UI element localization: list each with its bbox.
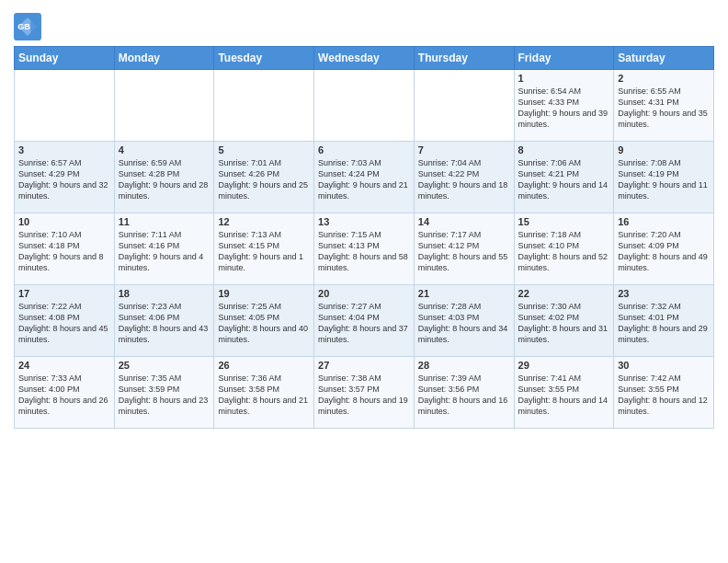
- day-number: 16: [618, 216, 710, 227]
- day-number: 12: [218, 216, 310, 227]
- calendar-cell: 9Sunrise: 7:08 AM Sunset: 4:19 PM Daylig…: [614, 142, 714, 213]
- day-number: 17: [18, 288, 110, 299]
- calendar-cell: 26Sunrise: 7:36 AM Sunset: 3:58 PM Dayli…: [214, 357, 314, 429]
- day-info: Sunrise: 6:55 AM Sunset: 4:31 PM Dayligh…: [618, 86, 710, 131]
- day-number: 1: [518, 73, 610, 84]
- column-header-friday: Friday: [514, 47, 614, 70]
- day-number: 30: [618, 360, 710, 371]
- day-number: 8: [518, 144, 610, 155]
- day-info: Sunrise: 7:03 AM Sunset: 4:24 PM Dayligh…: [318, 157, 410, 202]
- day-info: Sunrise: 7:18 AM Sunset: 4:10 PM Dayligh…: [518, 229, 610, 274]
- calendar-cell: 29Sunrise: 7:41 AM Sunset: 3:55 PM Dayli…: [514, 357, 614, 429]
- calendar-cell: 11Sunrise: 7:11 AM Sunset: 4:16 PM Dayli…: [114, 213, 214, 285]
- calendar-cell: 28Sunrise: 7:39 AM Sunset: 3:56 PM Dayli…: [414, 357, 514, 429]
- calendar-header-row: SundayMondayTuesdayWednesdayThursdayFrid…: [15, 47, 714, 70]
- calendar-cell: [314, 70, 415, 142]
- column-header-thursday: Thursday: [414, 47, 514, 70]
- calendar-cell: 23Sunrise: 7:32 AM Sunset: 4:01 PM Dayli…: [614, 285, 714, 357]
- day-info: Sunrise: 7:28 AM Sunset: 4:03 PM Dayligh…: [418, 301, 510, 346]
- day-number: 15: [518, 216, 610, 227]
- logo-icon: GB: [14, 13, 41, 40]
- day-number: 29: [518, 360, 610, 371]
- column-header-wednesday: Wednesday: [314, 47, 415, 70]
- day-number: 20: [318, 288, 410, 299]
- column-header-saturday: Saturday: [614, 47, 714, 70]
- day-number: 13: [318, 216, 410, 227]
- day-number: 26: [218, 360, 310, 371]
- day-info: Sunrise: 7:11 AM Sunset: 4:16 PM Dayligh…: [119, 229, 210, 274]
- day-info: Sunrise: 7:41 AM Sunset: 3:55 PM Dayligh…: [518, 373, 610, 418]
- calendar-cell: 30Sunrise: 7:42 AM Sunset: 3:55 PM Dayli…: [614, 357, 714, 429]
- day-number: 18: [119, 288, 210, 299]
- day-number: 5: [218, 144, 310, 155]
- day-info: Sunrise: 6:57 AM Sunset: 4:29 PM Dayligh…: [18, 157, 110, 202]
- calendar-cell: 15Sunrise: 7:18 AM Sunset: 4:10 PM Dayli…: [514, 213, 614, 285]
- day-number: 9: [618, 144, 710, 155]
- calendar-cell: 17Sunrise: 7:22 AM Sunset: 4:08 PM Dayli…: [15, 285, 115, 357]
- day-number: 22: [518, 288, 610, 299]
- calendar-table: SundayMondayTuesdayWednesdayThursdayFrid…: [14, 46, 714, 429]
- calendar-cell: 18Sunrise: 7:23 AM Sunset: 4:06 PM Dayli…: [114, 285, 214, 357]
- logo: GB: [14, 13, 45, 40]
- calendar-cell: 21Sunrise: 7:28 AM Sunset: 4:03 PM Dayli…: [414, 285, 514, 357]
- calendar-cell: 5Sunrise: 7:01 AM Sunset: 4:26 PM Daylig…: [214, 142, 314, 213]
- day-info: Sunrise: 7:04 AM Sunset: 4:22 PM Dayligh…: [418, 157, 510, 202]
- column-header-tuesday: Tuesday: [214, 47, 314, 70]
- day-info: Sunrise: 6:59 AM Sunset: 4:28 PM Dayligh…: [119, 157, 210, 202]
- calendar-cell: 22Sunrise: 7:30 AM Sunset: 4:02 PM Dayli…: [514, 285, 614, 357]
- day-info: Sunrise: 7:17 AM Sunset: 4:12 PM Dayligh…: [418, 229, 510, 274]
- day-info: Sunrise: 6:54 AM Sunset: 4:33 PM Dayligh…: [518, 86, 610, 131]
- calendar-cell: 13Sunrise: 7:15 AM Sunset: 4:13 PM Dayli…: [314, 213, 415, 285]
- day-info: Sunrise: 7:13 AM Sunset: 4:15 PM Dayligh…: [218, 229, 310, 274]
- week-row-4: 17Sunrise: 7:22 AM Sunset: 4:08 PM Dayli…: [15, 285, 714, 357]
- day-info: Sunrise: 7:32 AM Sunset: 4:01 PM Dayligh…: [618, 301, 710, 346]
- day-info: Sunrise: 7:23 AM Sunset: 4:06 PM Dayligh…: [119, 301, 210, 346]
- week-row-2: 3Sunrise: 6:57 AM Sunset: 4:29 PM Daylig…: [15, 142, 714, 213]
- day-number: 11: [119, 216, 210, 227]
- calendar-cell: 6Sunrise: 7:03 AM Sunset: 4:24 PM Daylig…: [314, 142, 415, 213]
- calendar-cell: 20Sunrise: 7:27 AM Sunset: 4:04 PM Dayli…: [314, 285, 415, 357]
- calendar-cell: [214, 70, 314, 142]
- day-info: Sunrise: 7:10 AM Sunset: 4:18 PM Dayligh…: [18, 229, 110, 274]
- day-info: Sunrise: 7:15 AM Sunset: 4:13 PM Dayligh…: [318, 229, 410, 274]
- calendar-cell: 7Sunrise: 7:04 AM Sunset: 4:22 PM Daylig…: [414, 142, 514, 213]
- week-row-5: 24Sunrise: 7:33 AM Sunset: 4:00 PM Dayli…: [15, 357, 714, 429]
- calendar-cell: 25Sunrise: 7:35 AM Sunset: 3:59 PM Dayli…: [114, 357, 214, 429]
- day-number: 23: [618, 288, 710, 299]
- day-info: Sunrise: 7:36 AM Sunset: 3:58 PM Dayligh…: [218, 373, 310, 418]
- calendar-cell: 16Sunrise: 7:20 AM Sunset: 4:09 PM Dayli…: [614, 213, 714, 285]
- day-number: 14: [418, 216, 510, 227]
- column-header-sunday: Sunday: [15, 47, 115, 70]
- calendar-cell: [114, 70, 214, 142]
- calendar-cell: 10Sunrise: 7:10 AM Sunset: 4:18 PM Dayli…: [15, 213, 115, 285]
- day-number: 28: [418, 360, 510, 371]
- calendar-cell: 4Sunrise: 6:59 AM Sunset: 4:28 PM Daylig…: [114, 142, 214, 213]
- calendar-cell: 2Sunrise: 6:55 AM Sunset: 4:31 PM Daylig…: [614, 70, 714, 142]
- day-info: Sunrise: 7:27 AM Sunset: 4:04 PM Dayligh…: [318, 301, 410, 346]
- calendar-cell: 19Sunrise: 7:25 AM Sunset: 4:05 PM Dayli…: [214, 285, 314, 357]
- header: GB: [14, 9, 714, 40]
- day-number: 10: [18, 216, 110, 227]
- column-header-monday: Monday: [114, 47, 214, 70]
- day-info: Sunrise: 7:20 AM Sunset: 4:09 PM Dayligh…: [618, 229, 710, 274]
- day-number: 25: [119, 360, 210, 371]
- week-row-1: 1Sunrise: 6:54 AM Sunset: 4:33 PM Daylig…: [15, 70, 714, 142]
- calendar-cell: 12Sunrise: 7:13 AM Sunset: 4:15 PM Dayli…: [214, 213, 314, 285]
- day-info: Sunrise: 7:22 AM Sunset: 4:08 PM Dayligh…: [18, 301, 110, 346]
- day-info: Sunrise: 7:33 AM Sunset: 4:00 PM Dayligh…: [18, 373, 110, 418]
- day-number: 4: [119, 144, 210, 155]
- calendar-cell: [15, 70, 115, 142]
- calendar-cell: 3Sunrise: 6:57 AM Sunset: 4:29 PM Daylig…: [15, 142, 115, 213]
- day-number: 19: [218, 288, 310, 299]
- day-info: Sunrise: 7:30 AM Sunset: 4:02 PM Dayligh…: [518, 301, 610, 346]
- day-info: Sunrise: 7:42 AM Sunset: 3:55 PM Dayligh…: [618, 373, 710, 418]
- day-info: Sunrise: 7:25 AM Sunset: 4:05 PM Dayligh…: [218, 301, 310, 346]
- day-info: Sunrise: 7:38 AM Sunset: 3:57 PM Dayligh…: [318, 373, 410, 418]
- calendar-cell: 24Sunrise: 7:33 AM Sunset: 4:00 PM Dayli…: [15, 357, 115, 429]
- day-number: 7: [418, 144, 510, 155]
- day-number: 3: [18, 144, 110, 155]
- day-number: 27: [318, 360, 410, 371]
- calendar-cell: 14Sunrise: 7:17 AM Sunset: 4:12 PM Dayli…: [414, 213, 514, 285]
- page-container: GB SundayMondayTuesdayWednesdayThursdayF…: [0, 0, 728, 438]
- day-info: Sunrise: 7:06 AM Sunset: 4:21 PM Dayligh…: [518, 157, 610, 202]
